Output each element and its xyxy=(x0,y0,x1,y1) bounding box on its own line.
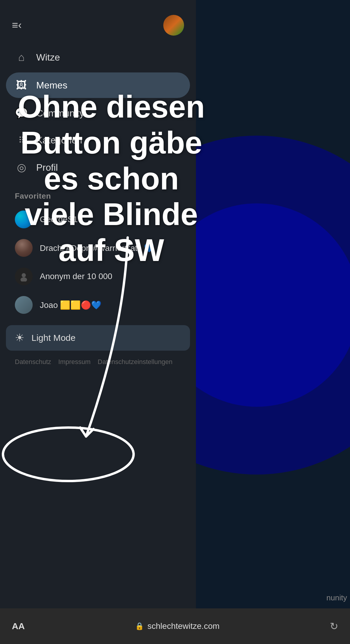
svg-point-1 xyxy=(20,277,27,281)
sidebar-item-profil[interactable]: ◎ Profil xyxy=(6,155,190,180)
favorites-list: GeorgeS1 Drachi #Depri #WarriorCats 💙 An… xyxy=(0,205,196,319)
fav-name-anonym: Anonym der 10 000 xyxy=(40,272,112,281)
browser-aa-button[interactable]: AA xyxy=(12,621,25,631)
home-icon: ⌂ xyxy=(15,51,28,64)
sidebar-item-community[interactable]: 💬 Community xyxy=(6,100,190,126)
nav-label-memes: Memes xyxy=(36,80,67,91)
user-avatar-top[interactable] xyxy=(163,15,184,36)
kategorien-icon: ⠿ xyxy=(15,135,28,145)
light-mode-button[interactable]: ☀ Light Mode xyxy=(6,325,190,351)
sidebar: ≡‹ ⌂ Witze 🖼 Memes 💬 Community ⠿ Kategor… xyxy=(0,0,196,644)
menu-toggle-icon[interactable]: ≡‹ xyxy=(12,19,22,31)
sidebar-header: ≡‹ xyxy=(0,0,196,45)
fav-avatar-george xyxy=(15,211,33,228)
profil-icon: ◎ xyxy=(15,161,28,174)
sidebar-item-memes[interactable]: 🖼 Memes xyxy=(6,72,190,98)
community-icon: 💬 xyxy=(15,107,28,119)
browser-url-area: 🔒 schlechtewitze.com xyxy=(25,621,330,631)
light-mode-label: Light Mode xyxy=(31,333,75,343)
footer-links: Datenschutz Impressum Datenschutzeinstel… xyxy=(0,354,196,375)
fav-item-drachi[interactable]: Drachi #Depri #WarriorCats 💙 xyxy=(6,234,190,262)
footer-datenschutzeinstellungen[interactable]: Datenschutzeinstellungen xyxy=(98,358,172,366)
nav-label-kategorien: Kategorien xyxy=(36,135,82,146)
footer-impressum[interactable]: Impressum xyxy=(58,358,91,366)
fav-item-george[interactable]: GeorgeS1 xyxy=(6,205,190,234)
fav-avatar-joao xyxy=(15,296,33,314)
lock-icon: 🔒 xyxy=(135,622,144,630)
nav-list: ⌂ Witze 🖼 Memes 💬 Community ⠿ Kategorien… xyxy=(0,45,196,183)
svg-point-12 xyxy=(196,203,350,407)
community-snippet: nunity xyxy=(327,593,347,602)
browser-url-text[interactable]: schlechtewitze.com xyxy=(148,621,220,631)
community-text: nunity xyxy=(327,593,347,602)
fav-item-anonym[interactable]: Anonym der 10 000 xyxy=(6,262,190,291)
fav-avatar-drachi xyxy=(15,239,33,257)
content-image-bottom xyxy=(196,261,350,374)
reload-icon[interactable]: ↻ xyxy=(330,620,338,632)
fav-name-drachi: Drachi #Depri #WarriorCats 💙 xyxy=(40,243,154,253)
memes-icon: 🖼 xyxy=(15,79,28,91)
sidebar-item-kategorien[interactable]: ⠿ Kategorien xyxy=(6,128,190,152)
footer-datenschutz[interactable]: Datenschutz xyxy=(15,358,51,366)
svg-point-0 xyxy=(22,273,26,277)
sidebar-item-witze[interactable]: ⌂ Witze xyxy=(6,45,190,70)
favorites-section-label: Favoriten xyxy=(0,183,196,205)
fav-name-george: GeorgeS1 xyxy=(40,215,78,224)
sun-icon: ☀ xyxy=(15,332,24,344)
nav-label-witze: Witze xyxy=(36,52,60,63)
nav-label-community: Community xyxy=(36,108,84,119)
fav-avatar-anonym xyxy=(15,268,33,285)
fav-name-joao: Joao 🟨🟨🔴💙 xyxy=(40,300,102,310)
nav-label-profil: Profil xyxy=(36,162,58,173)
fav-item-joao[interactable]: Joao 🟨🟨🔴💙 xyxy=(6,291,190,319)
browser-bar: AA 🔒 schlechtewitze.com ↻ xyxy=(0,608,350,644)
content-area: er xyxy=(196,0,350,644)
